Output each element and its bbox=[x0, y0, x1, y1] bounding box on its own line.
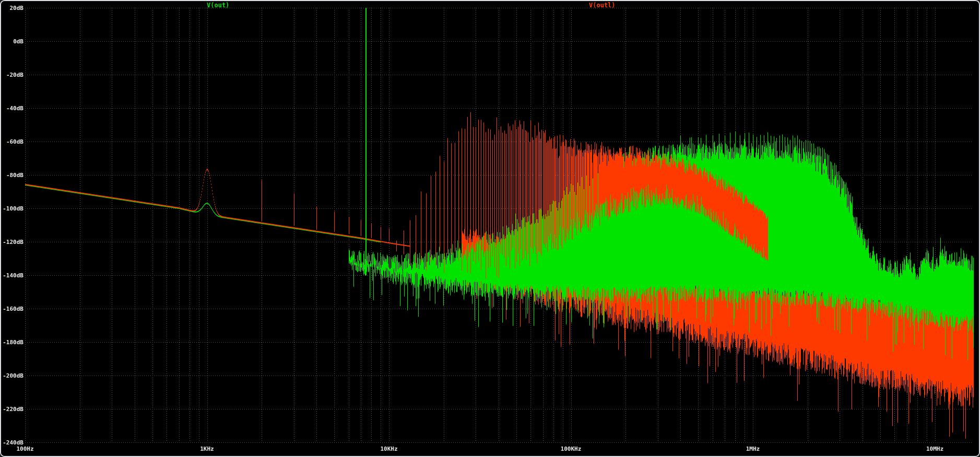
y-tick-label: -60dB bbox=[1, 138, 23, 145]
x-tick-label: 10KHz bbox=[373, 446, 405, 452]
y-tick-label: -180dB bbox=[1, 339, 23, 346]
x-tick-label: 100KHz bbox=[556, 446, 587, 452]
x-tick-label: 1MHz bbox=[737, 446, 769, 452]
y-tick-label: -120dB bbox=[1, 239, 23, 245]
waveform-plot-window: V(out)V(outl) 20dB0dB-20dB-40dB-60dB-80d… bbox=[0, 0, 980, 457]
fft-plot-canvas[interactable] bbox=[1, 1, 979, 456]
y-tick-label: -40dB bbox=[1, 105, 23, 112]
y-tick-label: 20dB bbox=[1, 5, 23, 11]
y-tick-label: -140dB bbox=[1, 272, 23, 279]
y-tick-label: -200dB bbox=[1, 372, 23, 379]
y-tick-label: -160dB bbox=[1, 306, 23, 312]
x-tick-label: 1KHz bbox=[192, 446, 223, 452]
y-tick-label: 0dB bbox=[1, 38, 23, 45]
x-tick-label: 10MHz bbox=[919, 446, 951, 452]
legend-trace-label[interactable]: V(outl) bbox=[589, 2, 616, 9]
y-tick-label: -20dB bbox=[1, 72, 23, 78]
y-tick-label: -80dB bbox=[1, 172, 23, 179]
y-tick-label: -220dB bbox=[1, 406, 23, 413]
legend-trace-label[interactable]: V(out) bbox=[207, 2, 229, 9]
x-tick-label: 100Hz bbox=[9, 446, 41, 452]
y-tick-label: -100dB bbox=[1, 205, 23, 212]
